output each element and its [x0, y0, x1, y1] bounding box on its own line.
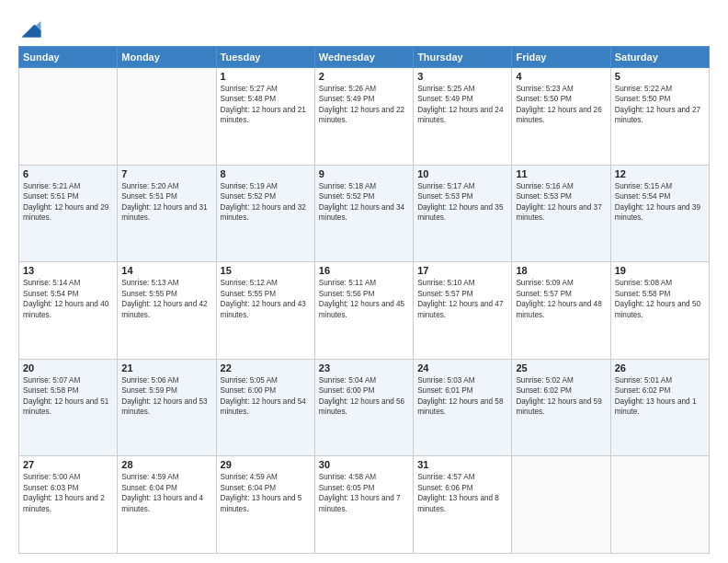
calendar-day-cell: [118, 68, 216, 166]
day-number: 28: [121, 459, 211, 470]
day-number: 6: [23, 168, 113, 179]
day-info: Sunrise: 5:16 AMSunset: 5:53 PMDaylight:…: [516, 181, 606, 224]
day-info: Sunrise: 4:58 AMSunset: 6:05 PMDaylight:…: [319, 472, 409, 514]
calendar-day-cell: 21Sunrise: 5:06 AMSunset: 5:59 PMDayligh…: [118, 359, 216, 456]
header: [18, 15, 710, 40]
day-number: 4: [516, 71, 606, 82]
calendar-day-cell: 26Sunrise: 5:01 AMSunset: 6:02 PMDayligh…: [610, 359, 709, 456]
day-number: 18: [516, 265, 606, 276]
day-number: 31: [417, 459, 507, 470]
day-number: 26: [615, 362, 705, 373]
day-info: Sunrise: 5:27 AMSunset: 5:48 PMDaylight:…: [221, 84, 311, 126]
day-info: Sunrise: 5:10 AMSunset: 5:57 PMDaylight:…: [417, 278, 507, 320]
day-number: 19: [615, 265, 705, 276]
calendar-day-cell: 27Sunrise: 5:00 AMSunset: 6:03 PMDayligh…: [19, 456, 118, 554]
day-info: Sunrise: 5:09 AMSunset: 5:57 PMDaylight:…: [516, 278, 606, 320]
day-info: Sunrise: 5:19 AMSunset: 5:52 PMDaylight:…: [221, 181, 311, 224]
calendar-day-cell: 8Sunrise: 5:19 AMSunset: 5:52 PMDaylight…: [216, 165, 314, 262]
day-number: 16: [319, 265, 409, 276]
day-info: Sunrise: 5:11 AMSunset: 5:56 PMDaylight:…: [319, 278, 409, 320]
day-info: Sunrise: 5:21 AMSunset: 5:51 PMDaylight:…: [23, 181, 113, 224]
day-number: 8: [221, 168, 311, 179]
day-number: 22: [221, 362, 311, 373]
calendar-day-cell: 7Sunrise: 5:20 AMSunset: 5:51 PMDaylight…: [118, 165, 216, 262]
calendar-day-cell: 15Sunrise: 5:12 AMSunset: 5:55 PMDayligh…: [216, 262, 314, 360]
calendar-day-cell: 10Sunrise: 5:17 AMSunset: 5:53 PMDayligh…: [414, 165, 512, 262]
day-number: 14: [121, 265, 211, 276]
day-info: Sunrise: 5:01 AMSunset: 6:02 PMDaylight:…: [615, 375, 705, 418]
day-number: 20: [23, 362, 113, 373]
day-info: Sunrise: 5:13 AMSunset: 5:55 PMDaylight:…: [121, 278, 211, 320]
calendar-week-row: 13Sunrise: 5:14 AMSunset: 5:54 PMDayligh…: [19, 262, 710, 360]
calendar-day-cell: 6Sunrise: 5:21 AMSunset: 5:51 PMDaylight…: [19, 165, 118, 262]
day-number: 27: [23, 459, 113, 470]
day-info: Sunrise: 5:03 AMSunset: 6:01 PMDaylight:…: [417, 375, 507, 418]
day-info: Sunrise: 5:02 AMSunset: 6:02 PMDaylight:…: [516, 375, 606, 418]
day-number: 30: [319, 459, 409, 470]
weekday-header: Saturday: [610, 47, 709, 68]
weekday-header: Tuesday: [216, 47, 314, 68]
day-number: 17: [417, 265, 507, 276]
day-number: 12: [615, 168, 705, 179]
day-number: 15: [221, 265, 311, 276]
day-info: Sunrise: 5:23 AMSunset: 5:50 PMDaylight:…: [516, 84, 606, 126]
calendar-week-row: 6Sunrise: 5:21 AMSunset: 5:51 PMDaylight…: [19, 165, 710, 262]
calendar-week-row: 1Sunrise: 5:27 AMSunset: 5:48 PMDaylight…: [19, 68, 710, 166]
day-number: 24: [417, 362, 507, 373]
day-info: Sunrise: 5:12 AMSunset: 5:55 PMDaylight:…: [221, 278, 311, 320]
day-number: 5: [615, 71, 705, 82]
day-number: 29: [221, 459, 311, 470]
day-info: Sunrise: 5:00 AMSunset: 6:03 PMDaylight:…: [23, 472, 113, 514]
weekday-header: Thursday: [414, 47, 512, 68]
calendar-day-cell: 28Sunrise: 4:59 AMSunset: 6:04 PMDayligh…: [118, 456, 216, 554]
day-number: 13: [23, 265, 113, 276]
day-info: Sunrise: 5:06 AMSunset: 5:59 PMDaylight:…: [121, 375, 211, 418]
logo: [18, 15, 48, 40]
day-number: 21: [121, 362, 211, 373]
calendar-day-cell: [512, 456, 610, 554]
day-info: Sunrise: 5:08 AMSunset: 5:58 PMDaylight:…: [615, 278, 705, 320]
day-info: Sunrise: 4:59 AMSunset: 6:04 PMDaylight:…: [221, 472, 311, 514]
day-info: Sunrise: 5:18 AMSunset: 5:52 PMDaylight:…: [319, 181, 409, 224]
calendar-day-cell: 14Sunrise: 5:13 AMSunset: 5:55 PMDayligh…: [118, 262, 216, 360]
day-info: Sunrise: 5:22 AMSunset: 5:50 PMDaylight:…: [615, 84, 705, 126]
day-info: Sunrise: 5:07 AMSunset: 5:58 PMDaylight:…: [23, 375, 113, 418]
day-info: Sunrise: 5:15 AMSunset: 5:54 PMDaylight:…: [615, 181, 705, 224]
calendar-day-cell: 19Sunrise: 5:08 AMSunset: 5:58 PMDayligh…: [610, 262, 709, 360]
day-number: 11: [516, 168, 606, 179]
day-number: 2: [319, 71, 409, 82]
calendar-day-cell: 3Sunrise: 5:25 AMSunset: 5:49 PMDaylight…: [414, 68, 512, 166]
calendar-day-cell: 4Sunrise: 5:23 AMSunset: 5:50 PMDaylight…: [512, 68, 610, 166]
day-info: Sunrise: 5:17 AMSunset: 5:53 PMDaylight:…: [417, 181, 507, 224]
day-number: 23: [319, 362, 409, 373]
day-number: 10: [417, 168, 507, 179]
calendar-week-row: 27Sunrise: 5:00 AMSunset: 6:03 PMDayligh…: [19, 456, 710, 554]
page: SundayMondayTuesdayWednesdayThursdayFrid…: [0, 0, 728, 563]
calendar-day-cell: 30Sunrise: 4:58 AMSunset: 6:05 PMDayligh…: [314, 456, 413, 554]
calendar-day-cell: 17Sunrise: 5:10 AMSunset: 5:57 PMDayligh…: [414, 262, 512, 360]
logo-icon: [18, 15, 44, 40]
calendar-day-cell: 24Sunrise: 5:03 AMSunset: 6:01 PMDayligh…: [414, 359, 512, 456]
calendar-day-cell: 12Sunrise: 5:15 AMSunset: 5:54 PMDayligh…: [610, 165, 709, 262]
calendar-day-cell: 9Sunrise: 5:18 AMSunset: 5:52 PMDaylight…: [314, 165, 413, 262]
day-info: Sunrise: 4:57 AMSunset: 6:06 PMDaylight:…: [417, 472, 507, 514]
calendar-day-cell: 16Sunrise: 5:11 AMSunset: 5:56 PMDayligh…: [314, 262, 413, 360]
calendar-day-cell: 2Sunrise: 5:26 AMSunset: 5:49 PMDaylight…: [314, 68, 413, 166]
day-info: Sunrise: 5:04 AMSunset: 6:00 PMDaylight:…: [319, 375, 409, 418]
calendar-day-cell: 25Sunrise: 5:02 AMSunset: 6:02 PMDayligh…: [512, 359, 610, 456]
day-info: Sunrise: 5:25 AMSunset: 5:49 PMDaylight:…: [417, 84, 507, 126]
day-number: 7: [121, 168, 211, 179]
calendar-day-cell: [610, 456, 709, 554]
calendar-day-cell: 1Sunrise: 5:27 AMSunset: 5:48 PMDaylight…: [216, 68, 314, 166]
day-info: Sunrise: 5:20 AMSunset: 5:51 PMDaylight:…: [121, 181, 211, 224]
calendar-day-cell: 13Sunrise: 5:14 AMSunset: 5:54 PMDayligh…: [19, 262, 118, 360]
calendar-day-cell: 23Sunrise: 5:04 AMSunset: 6:00 PMDayligh…: [314, 359, 413, 456]
weekday-header: Wednesday: [314, 47, 413, 68]
calendar-day-cell: 11Sunrise: 5:16 AMSunset: 5:53 PMDayligh…: [512, 165, 610, 262]
weekday-header: Sunday: [19, 47, 118, 68]
day-info: Sunrise: 5:26 AMSunset: 5:49 PMDaylight:…: [319, 84, 409, 126]
calendar-day-cell: [19, 68, 118, 166]
day-info: Sunrise: 5:14 AMSunset: 5:54 PMDaylight:…: [23, 278, 113, 320]
day-info: Sunrise: 5:05 AMSunset: 6:00 PMDaylight:…: [221, 375, 311, 418]
day-info: Sunrise: 4:59 AMSunset: 6:04 PMDaylight:…: [121, 472, 211, 514]
